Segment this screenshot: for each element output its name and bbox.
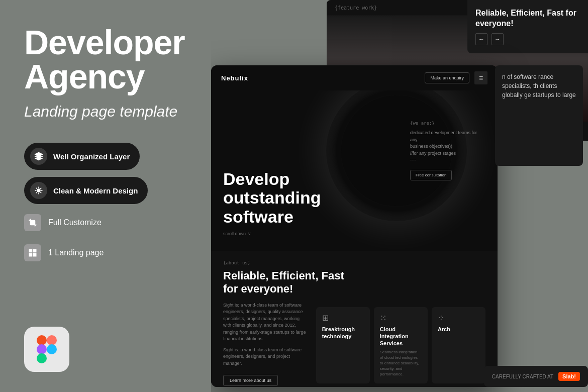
about-title: Reliable, Efficient, Fast for everyone! bbox=[223, 269, 485, 296]
hero-description: dedicated development teams for any busi… bbox=[410, 130, 485, 164]
feature-work-tag: {feature work} bbox=[335, 5, 377, 11]
top-right-overlay: Reliable, Efficient, Fast for everyone! … bbox=[467, 0, 588, 53]
side-overlay-text: n of software rance specialists, th clie… bbox=[502, 72, 576, 100]
grid-icon bbox=[24, 244, 41, 261]
title-line2: Agency bbox=[24, 57, 145, 95]
card-title-2: Arch bbox=[438, 326, 479, 333]
slab-badge: Slab! bbox=[558, 372, 580, 381]
svg-point-9 bbox=[47, 344, 57, 354]
feature-well-organized: Well Organized Layer bbox=[24, 143, 140, 170]
nav-arrows[interactable]: ← → bbox=[475, 33, 580, 45]
scroll-down: scroll down ∨ bbox=[223, 231, 321, 236]
right-side-overlay: n of software rance specialists, th clie… bbox=[495, 65, 583, 166]
learn-more-button[interactable]: Learn more about us bbox=[223, 375, 278, 386]
nav-right: Make an enquiry ≡ bbox=[425, 71, 487, 84]
preview-nav: Nebulix Make an enquiry ≡ bbox=[211, 65, 498, 90]
about-cards: ⊞ Breaktrough technology ⁙ Cloud Integra… bbox=[316, 302, 485, 386]
about-inner: Sight is; a world-class team of software… bbox=[223, 302, 485, 386]
feature-landing-page: 1 Landing page bbox=[24, 241, 187, 264]
cloud-icon: ⁙ bbox=[380, 313, 422, 323]
svg-rect-3 bbox=[34, 249, 36, 252]
about-left-text2: Sight is: a world-class team of software… bbox=[223, 347, 308, 367]
next-arrow[interactable]: → bbox=[492, 33, 504, 45]
right-panel: {feature work} Project (3) Reliable, Eff… bbox=[211, 0, 588, 392]
card-desc-1: Seamless integration of cloud technologi… bbox=[380, 349, 422, 377]
subtitle: Landing page template bbox=[24, 103, 187, 121]
card-title-0: Breaktrough technology bbox=[322, 326, 364, 340]
brand-name: Nebulix bbox=[221, 74, 248, 82]
crop-icon bbox=[24, 214, 41, 231]
about-card-2: ⁘ Arch bbox=[432, 307, 485, 383]
preview-hero: Develop outstanding software scroll down… bbox=[211, 90, 498, 251]
main-title: Developer Agency bbox=[24, 25, 187, 93]
feature-plain-label-3: Full Customize bbox=[48, 218, 102, 227]
crafted-text: CAREFULLY CRAFTED AT bbox=[492, 374, 553, 379]
svg-rect-8 bbox=[37, 344, 47, 354]
brush-icon bbox=[30, 182, 47, 199]
about-grid: ⊞ Breaktrough technology ⁙ Cloud Integra… bbox=[316, 307, 485, 383]
title-line1: Developer bbox=[24, 23, 185, 61]
about-left: Sight is; a world-class team of software… bbox=[223, 302, 308, 386]
feature-badge-label-2: Clean & Modern Design bbox=[53, 186, 138, 195]
svg-rect-6 bbox=[37, 335, 47, 345]
about-tag: {about us} bbox=[223, 260, 485, 265]
we-are-tag: {we are;} bbox=[410, 121, 485, 126]
svg-rect-5 bbox=[34, 254, 36, 256]
bottom-crafted-card: CAREFULLY CRAFTED AT Slab! bbox=[484, 366, 588, 387]
feature-full-customize: Full Customize bbox=[24, 211, 187, 234]
svg-rect-10 bbox=[37, 353, 47, 363]
figma-icon bbox=[24, 327, 69, 372]
card-title-1: Cloud Integration Services bbox=[380, 326, 422, 347]
feature-plain-label-4: 1 Landing page bbox=[48, 248, 104, 257]
menu-button[interactable]: ≡ bbox=[474, 71, 487, 84]
layers-icon bbox=[30, 148, 47, 165]
prev-arrow[interactable]: ← bbox=[475, 33, 487, 45]
about-card-0: ⊞ Breaktrough technology bbox=[316, 307, 370, 383]
feature-clean-modern: Clean & Modern Design bbox=[24, 177, 148, 204]
svg-point-0 bbox=[37, 189, 40, 192]
about-left-text: Sight is; a world-class team of software… bbox=[223, 302, 308, 343]
left-panel: Developer Agency Landing page template W… bbox=[0, 0, 211, 392]
preview-about: {about us} Reliable, Efficient, Fast for… bbox=[211, 251, 498, 387]
preview-main-card: Nebulix Make an enquiry ≡ Develop outsta… bbox=[211, 65, 498, 387]
features-list: Well Organized Layer Clean & Modern Desi… bbox=[24, 143, 187, 264]
arch-icon: ⁘ bbox=[438, 313, 479, 323]
breakthrough-icon: ⊞ bbox=[322, 313, 364, 323]
overlay-title: Reliable, Efficient, Fast for everyone! bbox=[475, 8, 580, 29]
hero-text: Develop outstanding software scroll down… bbox=[223, 170, 321, 236]
svg-rect-2 bbox=[29, 249, 32, 252]
about-card-1: ⁙ Cloud Integration Services Seamless in… bbox=[374, 307, 428, 383]
figma-icon-wrapper bbox=[24, 327, 69, 372]
svg-rect-4 bbox=[29, 254, 32, 256]
enquiry-button[interactable]: Make an enquiry bbox=[425, 72, 469, 83]
svg-rect-7 bbox=[47, 335, 57, 345]
hero-heading: Develop outstanding software bbox=[223, 170, 321, 226]
feature-badge-label-1: Well Organized Layer bbox=[53, 152, 130, 161]
svg-rect-1 bbox=[31, 221, 35, 225]
free-consult-button[interactable]: Free consultation bbox=[410, 170, 452, 180]
hero-right-text: {we are;} dedicated development teams fo… bbox=[410, 121, 485, 180]
